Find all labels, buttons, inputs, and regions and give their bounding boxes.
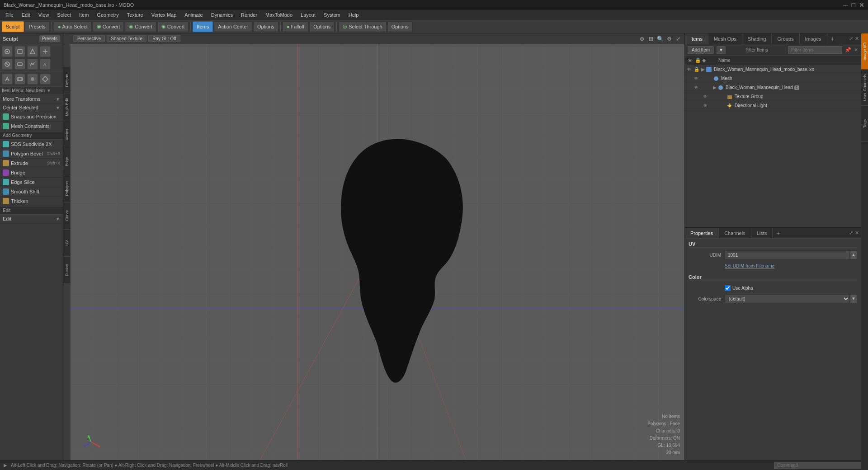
- tool-icon-11[interactable]: [27, 74, 38, 85]
- vp-icon-reset[interactable]: ⊕: [638, 35, 646, 42]
- perspective-btn[interactable]: Perspective: [73, 35, 105, 42]
- tree-item-mesh[interactable]: 👁 Mesh: [685, 74, 861, 83]
- menu-layout[interactable]: Layout: [297, 11, 319, 19]
- bottom-play-icon[interactable]: ▶: [4, 463, 7, 468]
- sds-subdivide-btn[interactable]: SDS Subdivide 2X: [0, 140, 63, 149]
- tree-item-root[interactable]: 👁 🔒 ▶ Black_Woman_Mannequin_Head_modo_ba…: [685, 65, 861, 74]
- tree-item-light[interactable]: 👁 Directional Light: [685, 101, 861, 110]
- add-item-arrow-btn[interactable]: ▼: [717, 46, 726, 54]
- tab-lists[interactable]: Lists: [751, 228, 773, 238]
- tool-icon-2[interactable]: [14, 46, 25, 57]
- tool-icon-6[interactable]: [14, 59, 25, 70]
- add-item-btn[interactable]: Add Item: [688, 46, 714, 54]
- menu-file[interactable]: File: [2, 11, 17, 19]
- fusion-tab[interactable]: Fusion: [63, 257, 70, 284]
- item-menu-arrow[interactable]: ▼: [47, 88, 51, 93]
- convert3-btn[interactable]: ◉ Convert: [157, 21, 189, 32]
- add-tab-btn[interactable]: +: [827, 35, 838, 42]
- menu-animate[interactable]: Animate: [181, 11, 206, 19]
- tab-close-icon[interactable]: ✕: [855, 36, 859, 42]
- tab-shading[interactable]: Shading: [742, 33, 772, 44]
- tab-channels[interactable]: Channels: [719, 228, 751, 238]
- curve-tab[interactable]: Curve: [63, 202, 70, 230]
- colorspace-select[interactable]: (default) sRGB Linear: [725, 294, 850, 303]
- ray-gl-btn[interactable]: Ray GL: Off: [148, 35, 180, 42]
- props-close-icon[interactable]: ✕: [855, 230, 859, 236]
- tool-icon-3[interactable]: [27, 46, 38, 57]
- tree-item-texgroup[interactable]: 👁 Texture Group: [685, 92, 861, 101]
- close-btn[interactable]: ✕: [859, 1, 864, 9]
- mesh-edit-tab[interactable]: Mesh Edit: [63, 94, 70, 121]
- udim-arrow[interactable]: ▲: [850, 250, 857, 259]
- more-transforms-btn[interactable]: More Transforms ▼: [0, 95, 63, 103]
- tool-icon-9[interactable]: [2, 74, 13, 85]
- props-expand-icon[interactable]: ⤢: [849, 230, 853, 236]
- tool-icon-8[interactable]: A: [40, 59, 51, 70]
- tab-items[interactable]: Items: [685, 33, 708, 44]
- center-selected-btn[interactable]: Center Selected ▼: [0, 103, 63, 112]
- presets-btn-left[interactable]: Presets: [39, 35, 60, 42]
- menu-render[interactable]: Render: [237, 11, 261, 19]
- user-channels-tab[interactable]: User Channels: [861, 70, 868, 106]
- menu-select[interactable]: Select: [53, 11, 75, 19]
- mesh-constraints-btn[interactable]: Mesh Constraints: [0, 122, 63, 131]
- options1-btn[interactable]: Options: [253, 21, 278, 32]
- tree-item-head[interactable]: 👁 ▶ Black_Woman_Mannequin_Head 1: [685, 83, 861, 92]
- vertex-tab[interactable]: Vertex: [63, 121, 70, 148]
- tool-icon-7[interactable]: [27, 59, 38, 70]
- menu-edit[interactable]: Edit: [18, 11, 34, 19]
- udim-input[interactable]: [725, 250, 850, 259]
- colorspace-arrow[interactable]: ▼: [850, 294, 857, 303]
- auto-select-btn[interactable]: ● Auto Select: [54, 21, 92, 32]
- add-props-tab-btn[interactable]: +: [773, 230, 783, 237]
- tab-expand-icon[interactable]: ⤢: [849, 36, 853, 42]
- menu-system[interactable]: System: [320, 11, 344, 19]
- udim-link[interactable]: Set UDIM from Filename: [689, 263, 774, 268]
- tab-groups[interactable]: Groups: [772, 33, 799, 44]
- sculpt-btn[interactable]: Sculpt: [2, 21, 24, 32]
- filter-items-input[interactable]: [788, 46, 842, 54]
- options2-btn[interactable]: Options: [309, 21, 335, 32]
- image-io-tab[interactable]: Image I/O: [861, 33, 868, 70]
- tool-icon-4[interactable]: [40, 46, 51, 57]
- tool-icon-1[interactable]: [2, 46, 13, 57]
- edit-btn[interactable]: Edit ▼: [0, 215, 63, 223]
- polygon-bevel-btn[interactable]: Polygon Bevel Shift+B: [0, 149, 63, 159]
- vp-icon-settings[interactable]: ⚙: [665, 35, 673, 42]
- menu-texture[interactable]: Texture: [123, 11, 147, 19]
- thicken-btn[interactable]: Thicken: [0, 197, 63, 206]
- menu-view[interactable]: View: [35, 11, 53, 19]
- tool-icon-12[interactable]: [40, 74, 51, 85]
- use-alpha-checkbox[interactable]: [725, 285, 731, 291]
- snaps-btn[interactable]: Snaps and Precision: [0, 112, 63, 122]
- items-btn[interactable]: Items: [193, 21, 213, 32]
- command-input[interactable]: [774, 462, 864, 469]
- vp-icon-zoom[interactable]: 🔍: [656, 35, 664, 42]
- menu-dynamics[interactable]: Dynamics: [208, 11, 236, 19]
- tab-properties[interactable]: Properties: [685, 228, 719, 238]
- menu-item[interactable]: Item: [75, 11, 92, 19]
- maximize-btn[interactable]: □: [852, 1, 855, 9]
- bridge-btn[interactable]: Bridge: [0, 168, 63, 178]
- falloff-btn[interactable]: ● Falloff: [283, 21, 308, 32]
- menu-geometry[interactable]: Geometry: [93, 11, 122, 19]
- polygon-tab[interactable]: Polygon: [63, 175, 70, 202]
- title-controls[interactable]: ─ □ ✕: [844, 1, 864, 9]
- tool-icon-5[interactable]: [2, 59, 13, 70]
- tab-mesh-ops[interactable]: Mesh Ops: [708, 33, 742, 44]
- tool-icon-10[interactable]: [14, 74, 25, 85]
- vp-icon-frame[interactable]: ⊞: [647, 35, 655, 42]
- options3-btn[interactable]: Options: [387, 21, 413, 32]
- viewport-canvas[interactable]: No Items Polygons : Face Channels: 0 Def…: [71, 44, 684, 470]
- action-center-btn[interactable]: Action Center: [214, 21, 252, 32]
- menu-vertexmap[interactable]: Vertex Map: [148, 11, 180, 19]
- filter-clear-icon[interactable]: ✕: [854, 47, 858, 53]
- smooth-shift-btn[interactable]: Smooth Shift: [0, 187, 63, 197]
- tab-images[interactable]: Images: [800, 33, 827, 44]
- vp-icon-maximize[interactable]: ⤢: [675, 35, 682, 42]
- deform-tab[interactable]: Deform: [63, 67, 70, 94]
- menu-maxtomodo[interactable]: MaxToModo: [262, 11, 296, 19]
- edge-tab[interactable]: Edge: [63, 148, 70, 175]
- minimize-btn[interactable]: ─: [844, 1, 848, 9]
- shaded-texture-btn[interactable]: Shaded Texture: [107, 35, 146, 42]
